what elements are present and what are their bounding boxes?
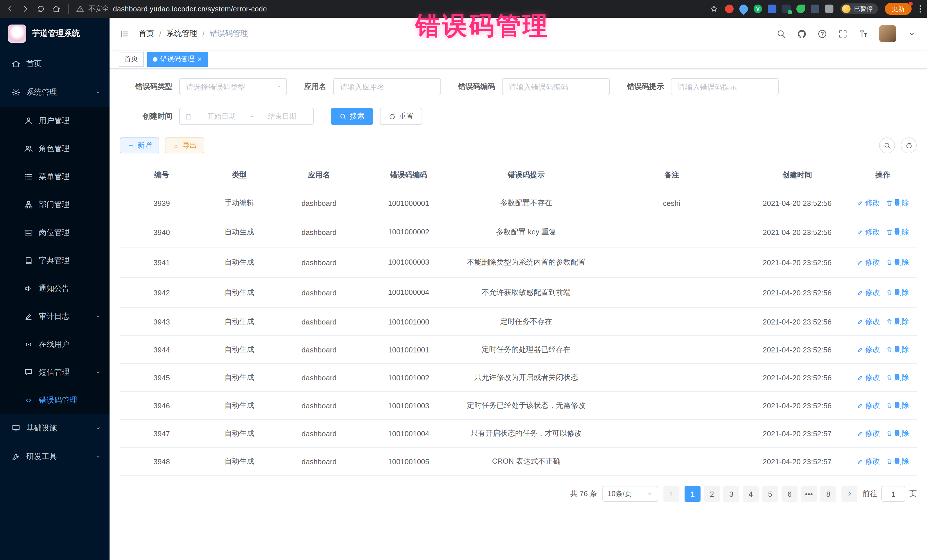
edit-link[interactable]: 修改 <box>857 345 880 355</box>
sidebar-item[interactable]: 岗位管理 <box>0 219 109 246</box>
delete-link[interactable]: 删除 <box>886 198 909 208</box>
cell-hint: 定时任务的处理器已经存在 <box>454 336 598 364</box>
breadcrumb-item[interactable]: 系统管理 <box>167 29 198 39</box>
sidebar-item[interactable]: 研发工具 <box>0 443 109 471</box>
export-button[interactable]: 导出 <box>165 137 204 153</box>
cell-hint: 定时任务不存在 <box>454 308 598 336</box>
edit-link[interactable]: 修改 <box>857 428 880 439</box>
edit-link[interactable]: 修改 <box>857 401 880 411</box>
delete-link[interactable]: 删除 <box>886 401 909 411</box>
app-name-input[interactable] <box>333 78 441 95</box>
edit-link[interactable]: 修改 <box>857 373 880 383</box>
prev-page-button[interactable] <box>663 486 679 502</box>
next-page-button[interactable] <box>842 486 857 502</box>
extensions-puzzle-icon[interactable] <box>825 5 833 13</box>
delete-link[interactable]: 删除 <box>886 287 909 298</box>
page-number-button[interactable]: 8 <box>820 486 836 502</box>
reload-icon[interactable] <box>36 5 45 13</box>
error-code-input[interactable] <box>502 78 610 95</box>
browser-extension-icon[interactable] <box>782 5 791 13</box>
browser-update-button[interactable]: 更新 <box>885 3 912 15</box>
app-logo[interactable]: 芋道管理系统 <box>0 18 109 50</box>
tag-error-code[interactable]: 错误码管理 <box>147 52 207 67</box>
delete-link[interactable]: 删除 <box>886 257 909 267</box>
sidebar-item[interactable]: 审计日志 <box>0 302 109 330</box>
home-browser-icon[interactable] <box>52 5 61 13</box>
edit-link[interactable]: 修改 <box>857 257 880 267</box>
reset-button[interactable]: 重置 <box>380 108 422 125</box>
help-icon[interactable] <box>818 29 827 38</box>
font-size-icon[interactable] <box>859 29 868 38</box>
page-number-button[interactable]: 2 <box>704 486 720 502</box>
sidebar-item[interactable]: 通知公告 <box>0 274 109 302</box>
delete-link[interactable]: 删除 <box>886 373 909 383</box>
browser-extension-icon[interactable] <box>738 3 749 15</box>
sidebar-item[interactable]: 菜单管理 <box>0 162 109 190</box>
error-hint-input[interactable] <box>671 78 779 95</box>
page-ellipsis[interactable]: ••• <box>801 486 817 502</box>
delete-link[interactable]: 删除 <box>886 457 909 467</box>
sidebar-item-label: 字典管理 <box>39 255 102 266</box>
date-range-picker[interactable]: 开始日期 - 结束日期 <box>179 108 314 125</box>
sidebar-item[interactable]: 部门管理 <box>0 190 109 219</box>
sidebar-item[interactable]: 错误码管理 <box>0 386 109 414</box>
browser-menu-icon[interactable] <box>919 5 921 12</box>
fullscreen-icon[interactable] <box>838 29 848 38</box>
sidebar-item[interactable]: 字典管理 <box>0 246 109 274</box>
browser-extension-icon[interactable] <box>811 5 819 13</box>
delete-link[interactable]: 删除 <box>886 317 909 327</box>
address-bar[interactable]: 不安全 dashboard.yudao.iocoder.cn/system/er… <box>68 4 267 14</box>
delete-link[interactable]: 删除 <box>886 428 909 439</box>
cell-hint: 参数配置不存在 <box>454 189 598 217</box>
url-text[interactable]: dashboard.yudao.iocoder.cn/system/error-… <box>113 5 267 13</box>
delete-link[interactable]: 删除 <box>886 227 909 237</box>
error-type-select[interactable] <box>179 78 287 95</box>
sidebar-item[interactable]: 首页 <box>0 50 109 78</box>
back-icon[interactable] <box>6 5 14 13</box>
add-button[interactable]: 新增 <box>120 137 159 153</box>
tag-home[interactable]: 首页 <box>119 52 144 67</box>
github-icon[interactable] <box>797 29 807 38</box>
page-number-button[interactable]: 4 <box>743 486 759 502</box>
sidebar-item[interactable]: 系统管理 <box>0 78 109 107</box>
filter-label: 应用名 <box>304 82 326 92</box>
sidebar-item-label: 审计日志 <box>39 311 95 321</box>
sidebar-item[interactable]: 基础设施 <box>0 414 109 443</box>
page-number-button[interactable]: 6 <box>781 486 798 502</box>
search-button[interactable]: 搜索 <box>331 108 373 125</box>
search-icon[interactable] <box>777 29 786 38</box>
edit-pencil-icon <box>857 458 863 465</box>
browser-extension-icon[interactable] <box>796 5 805 13</box>
cell-time: 2021-04-20 23:52:56 <box>745 392 849 420</box>
page-number-button[interactable]: 5 <box>762 486 778 502</box>
paused-badge[interactable]: 已暂停 <box>840 3 878 14</box>
sidebar-item[interactable]: 用户管理 <box>0 107 109 135</box>
sidebar-item[interactable]: 短信管理 <box>0 358 109 386</box>
edit-link[interactable]: 修改 <box>857 317 880 327</box>
forward-icon[interactable] <box>21 5 30 13</box>
page-size-select[interactable]: 10条/页 <box>602 486 658 502</box>
delete-link[interactable]: 删除 <box>886 345 909 355</box>
page-number-button[interactable]: 3 <box>723 486 739 502</box>
edit-link[interactable]: 修改 <box>857 227 880 237</box>
hamburger-icon[interactable] <box>120 29 129 38</box>
edit-link[interactable]: 修改 <box>857 287 880 298</box>
sidebar-item[interactable]: 在线用户 <box>0 330 109 358</box>
edit-link[interactable]: 修改 <box>857 198 880 208</box>
browser-extension-icon[interactable] <box>768 5 777 13</box>
page-number-button[interactable]: 1 <box>685 486 701 502</box>
toggle-search-button[interactable] <box>879 137 895 153</box>
browser-extension-icon[interactable] <box>725 5 734 13</box>
goto-page-input[interactable] <box>881 486 905 502</box>
app-title: 芋道管理系统 <box>32 29 80 39</box>
edit-link[interactable]: 修改 <box>857 457 880 467</box>
browser-extension-icon[interactable]: V <box>754 5 762 13</box>
bookmark-star-icon[interactable] <box>710 5 718 13</box>
close-icon[interactable] <box>198 55 202 63</box>
screenshot-viewport: 不安全 dashboard.yudao.iocoder.cn/system/er… <box>0 0 927 560</box>
sidebar-item[interactable]: 角色管理 <box>0 135 109 162</box>
refresh-table-button[interactable] <box>901 137 917 153</box>
breadcrumb-item[interactable]: 首页 <box>138 29 154 39</box>
avatar[interactable] <box>879 25 896 42</box>
chevron-down-icon[interactable] <box>907 29 917 38</box>
